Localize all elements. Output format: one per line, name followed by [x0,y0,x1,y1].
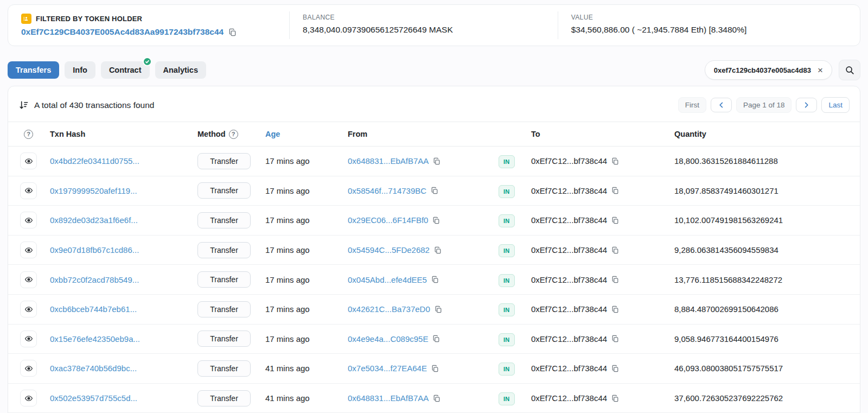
copy-from-address-icon[interactable] [431,187,438,194]
direction-in-badge: IN [499,214,515,227]
to-address-link[interactable]: 0xEf7C12...bf738c44 [531,304,607,314]
pagination-prev-button[interactable] [711,98,732,112]
to-address-link[interactable]: 0xEf7C12...bf738c44 [531,364,607,373]
txn-hash-link[interactable]: 0xac378e740b56d9bc... [50,364,197,373]
pagination-page-indicator: Page 1 of 18 [736,97,792,113]
chevron-right-icon [803,101,810,109]
from-address-link[interactable]: 0x4e9e4a...C089c95E [348,334,428,344]
to-address-link[interactable]: 0xEf7C12...bf738c44 [531,393,607,403]
copy-from-address-icon[interactable] [431,276,439,283]
copy-to-address-icon[interactable] [611,187,619,194]
pagination-last-button[interactable]: Last [821,97,850,113]
copy-to-address-icon[interactable] [611,246,619,254]
to-address-link[interactable]: 0xEf7C12...bf738c44 [531,245,607,255]
view-transaction-icon[interactable] [20,182,37,199]
txn-hash-link[interactable]: 0x4bd22fe03411d0755... [50,156,197,166]
method-badge[interactable]: Transfer [197,271,251,288]
direction-in-badge: IN [499,185,515,198]
transactions-count-text: A total of 430 transactions found [34,100,154,110]
copy-address-icon[interactable] [228,28,237,36]
copy-from-address-icon[interactable] [432,217,440,224]
to-address-link[interactable]: 0xEf7C12...bf738c44 [531,275,607,284]
from-address-link[interactable]: 0x29EC06...6F14FBf0 [348,215,428,225]
from-address-link[interactable]: 0x42621C...Ba737eD0 [348,304,430,314]
pagination-next-button[interactable] [796,98,817,112]
txn-hash-link[interactable]: 0x502e53957d755c5d... [50,393,197,403]
clear-filter-icon[interactable]: × [814,64,826,76]
tab-contract[interactable]: Contract [101,61,150,79]
view-transaction-icon[interactable] [20,301,37,317]
method-badge[interactable]: Transfer [197,182,251,199]
copy-to-address-icon[interactable] [611,395,619,402]
copy-from-address-icon[interactable] [432,335,440,342]
method-badge[interactable]: Transfer [197,212,251,228]
view-transaction-icon[interactable] [20,360,37,377]
age-cell: 17 mins ago [265,215,348,225]
table-row: 0xac378e740b56d9bc... Transfer 41 mins a… [8,354,860,384]
from-address-link[interactable]: 0x648831...EbAfB7AA [348,393,429,403]
copy-from-address-icon[interactable] [431,365,439,372]
to-address-link[interactable]: 0xEf7C12...bf738c44 [531,186,607,195]
pagination-first-button[interactable]: First [678,97,706,113]
method-badge[interactable]: Transfer [197,242,251,258]
token-holder-address-link[interactable]: 0xEf7C129CB4037E005Ac4d83Aa9917243bf738c… [21,27,224,37]
copy-from-address-icon[interactable] [433,157,441,165]
to-address-link[interactable]: 0xEf7C12...bf738c44 [531,156,607,166]
row-details-help-icon[interactable]: ? [24,130,33,139]
search-button[interactable] [839,60,860,80]
value-amount: $34,560,886.00 ( ~21,945.7884 Eth) [8.34… [571,25,847,35]
tab-transfers[interactable]: Transfers [8,61,59,79]
txn-hash-link[interactable]: 0x15e76efe42350eb9a... [50,334,197,344]
column-header-from: From [348,130,499,138]
method-badge[interactable]: Transfer [197,390,251,406]
from-address-link[interactable]: 0x045Abd...efe4dEE5 [348,275,427,284]
direction-in-badge: IN [499,333,515,346]
method-badge[interactable]: Transfer [197,301,251,317]
table-row: 0x4bd22fe03411d0755... Transfer 17 mins … [8,147,860,176]
from-address-link[interactable]: 0x54594C...5FDe2682 [348,245,430,255]
column-header-txn-hash: Txn Hash [50,130,197,138]
copy-to-address-icon[interactable] [611,157,619,165]
from-address-link[interactable]: 0x7e5034...f27EA64E [348,364,427,373]
column-header-age[interactable]: Age [265,130,348,138]
address-filter-chip[interactable]: 0xef7c129cb4037e005ac4d83 × [705,60,832,80]
copy-to-address-icon[interactable] [611,365,619,372]
to-address-link[interactable]: 0xEf7C12...bf738c44 [531,334,607,344]
to-address-link[interactable]: 0xEf7C12...bf738c44 [531,215,607,225]
copy-from-address-icon[interactable] [435,306,442,313]
age-cell: 41 mins ago [265,364,348,373]
txn-hash-link[interactable]: 0x892de03d23a1f6e6f... [50,215,197,225]
table-row: 0x9e07d18fb67c1cd86... Transfer 17 mins … [8,236,860,265]
method-badge[interactable]: Transfer [197,360,251,377]
from-address-link[interactable]: 0x648831...EbAfB7AA [348,156,429,166]
method-help-icon[interactable]: ? [229,130,238,139]
view-transaction-icon[interactable] [20,390,37,406]
copy-to-address-icon[interactable] [611,276,619,283]
from-address-link[interactable]: 0x58546f...714739BC [348,186,426,195]
search-cluster: 0xef7c129cb4037e005ac4d83 × [705,60,860,80]
method-badge[interactable]: Transfer [197,331,251,347]
copy-to-address-icon[interactable] [611,217,619,224]
column-header-quantity: Quantity [674,130,850,138]
age-cell: 17 mins ago [265,334,348,344]
age-cell: 17 mins ago [265,275,348,284]
table-row: 0xbb72c0f2acd78b549... Transfer 17 mins … [8,265,860,295]
view-transaction-icon[interactable] [20,271,37,288]
filter-label: FILTERED BY TOKEN HOLDER [36,15,142,23]
view-transaction-icon[interactable] [20,153,37,169]
method-badge[interactable]: Transfer [197,153,251,169]
view-transaction-icon[interactable] [20,212,37,228]
view-transaction-icon[interactable] [20,242,37,258]
copy-from-address-icon[interactable] [434,246,442,254]
copy-to-address-icon[interactable] [611,335,619,342]
txn-hash-link[interactable]: 0xcb6bceb744b7eb61... [50,304,197,314]
copy-to-address-icon[interactable] [611,306,619,313]
tab-info[interactable]: Info [65,61,95,79]
view-transaction-icon[interactable] [20,331,37,347]
txn-hash-link[interactable]: 0xbb72c0f2acd78b549... [50,275,197,284]
copy-from-address-icon[interactable] [433,395,441,402]
txn-hash-link[interactable]: 0x9e07d18fb67c1cd86... [50,245,197,255]
txn-hash-link[interactable]: 0x1979999520afef119... [50,186,197,195]
tab-analytics[interactable]: Analytics [155,61,206,79]
value-section: VALUE $34,560,886.00 ( ~21,945.7884 Eth)… [558,11,860,39]
